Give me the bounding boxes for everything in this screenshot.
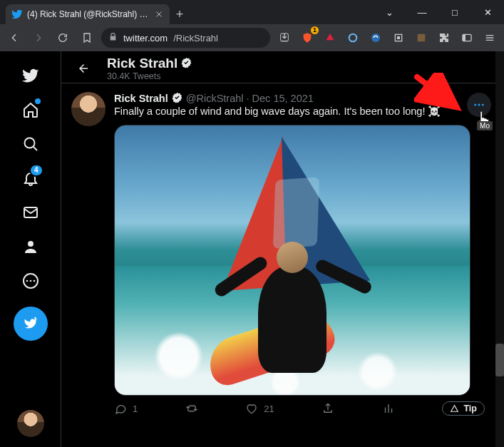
reload-button[interactable] (53, 28, 73, 48)
home-unread-dot (35, 98, 41, 104)
extension-icon-4[interactable] (411, 28, 431, 48)
browser-toolbar: twitter.com/RickStrahl 1 (0, 24, 504, 51)
sidebar-toggle-icon[interactable] (457, 28, 477, 48)
address-bar[interactable]: twitter.com/RickStrahl (101, 28, 270, 48)
extension-icon-3[interactable] (389, 28, 408, 48)
scrollbar[interactable] (495, 51, 504, 447)
twitter-nav-rail: 4 (0, 51, 61, 447)
tweet-author-avatar[interactable] (71, 92, 106, 126)
profile-header: Rick Strahl 30.4K Tweets (61, 51, 504, 83)
svg-point-11 (26, 280, 28, 282)
window-titlebar: (4) Rick Strahl (@RickStrahl) / Twi + ⌄ … (0, 0, 504, 24)
tweet-media[interactable] (114, 125, 470, 396)
lock-icon (108, 32, 118, 43)
verified-badge-icon (180, 57, 192, 69)
like-count: 21 (264, 404, 274, 414)
twitter-favicon (11, 9, 23, 20)
url-path: /RickStrahl (173, 33, 218, 43)
share-button[interactable] (322, 402, 334, 415)
svg-point-2 (371, 34, 380, 42)
svg-point-13 (33, 280, 35, 282)
window-close-button[interactable]: ✕ (471, 0, 504, 24)
verified-badge-icon (171, 92, 183, 104)
skull-emoji: ☠️ (428, 106, 441, 117)
svg-rect-6 (463, 34, 466, 41)
tweet-author-handle[interactable]: @RickStrahl (186, 93, 244, 104)
shield-badge: 1 (311, 26, 319, 34)
page-content: 4 Rick Strahl 30.4K Tweets (0, 51, 504, 447)
twitter-main-column: Rick Strahl 30.4K Tweets Rick Strahl @Ri… (61, 51, 504, 447)
tip-button[interactable]: Tip (442, 401, 485, 416)
svg-point-9 (28, 241, 34, 247)
nav-forward-button[interactable] (29, 28, 48, 48)
brave-rewards-icon[interactable] (320, 28, 340, 48)
scrollbar-thumb[interactable] (495, 344, 504, 376)
nav-home-icon[interactable] (14, 93, 48, 127)
nav-profile-icon[interactable] (14, 230, 48, 264)
compose-tweet-button[interactable] (14, 307, 48, 341)
profile-name: Rick Strahl (107, 56, 178, 71)
brave-shield-icon[interactable]: 1 (297, 28, 317, 48)
tweet-actions: 1 21 (114, 401, 485, 416)
tweet-separator: · (247, 93, 250, 104)
profile-back-button[interactable] (71, 56, 96, 81)
twitter-logo-icon[interactable] (14, 58, 48, 93)
analytics-button[interactable] (382, 402, 395, 415)
reply-count: 1 (133, 404, 138, 414)
browser-tab[interactable]: (4) Rick Strahl (@RickStrahl) / Twi (6, 4, 170, 24)
svg-rect-4 (418, 34, 426, 42)
like-button[interactable]: 21 (245, 402, 274, 415)
window-minimize-button[interactable]: — (406, 0, 438, 24)
notif-count-badge: 4 (29, 164, 43, 177)
tweet-date[interactable]: Dec 15, 2021 (252, 93, 314, 104)
svg-point-16 (482, 104, 484, 106)
reply-button[interactable]: 1 (114, 402, 138, 415)
extension-icon-2[interactable] (366, 28, 386, 48)
tweet-author-name[interactable]: Rick Strahl (114, 93, 168, 104)
nav-notifications-icon[interactable]: 4 (14, 161, 48, 195)
nav-messages-icon[interactable] (14, 195, 48, 230)
new-tab-button[interactable]: + (170, 4, 190, 24)
tab-title: (4) Rick Strahl (@RickStrahl) / Twi (27, 9, 150, 19)
install-app-icon[interactable] (274, 28, 294, 48)
svg-point-1 (349, 34, 357, 42)
window-dropdown-button[interactable]: ⌄ (373, 0, 406, 24)
app-menu-icon[interactable] (480, 28, 500, 48)
profile-tweet-count: 30.4K Tweets (107, 71, 192, 81)
window-maximize-button[interactable]: □ (438, 0, 471, 24)
tweet-header: Rick Strahl @RickStrahl · Dec 15, 2021 (114, 92, 494, 104)
extension-icon-1[interactable] (343, 28, 363, 48)
svg-point-12 (29, 280, 31, 282)
extensions-puzzle-icon[interactable] (434, 28, 454, 48)
svg-point-14 (474, 104, 476, 106)
svg-point-7 (24, 138, 34, 148)
bookmark-icon[interactable] (77, 28, 97, 48)
tweet-text: Finally a couple of wind and big wave da… (114, 106, 494, 118)
nav-back-button[interactable] (4, 28, 24, 48)
account-avatar[interactable] (17, 410, 44, 437)
tip-label: Tip (463, 404, 477, 413)
nav-explore-icon[interactable] (14, 127, 48, 161)
url-host: twitter.com (123, 33, 168, 43)
window-buttons: ⌄ — □ ✕ (373, 0, 504, 24)
nav-more-icon[interactable] (14, 264, 48, 298)
retweet-button[interactable] (185, 402, 198, 415)
svg-point-15 (478, 104, 480, 106)
tab-close-icon[interactable] (154, 9, 164, 19)
tweet: Rick Strahl @RickStrahl · Dec 15, 2021 F… (61, 83, 504, 420)
tweet-more-button[interactable] (467, 93, 491, 117)
